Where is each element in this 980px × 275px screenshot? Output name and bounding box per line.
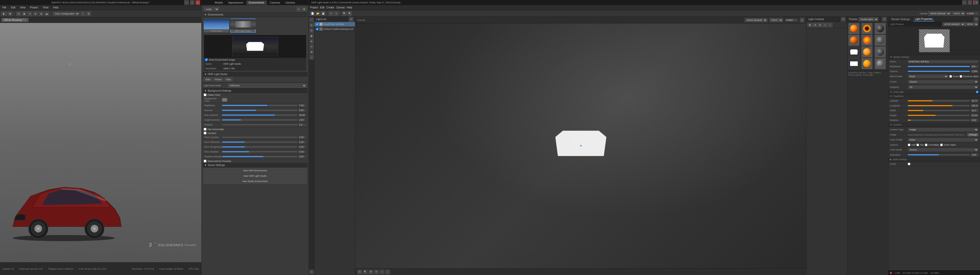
area-light-checkbox[interactable] bbox=[976, 91, 978, 93]
canvas-dropdown-1[interactable]: aRGB (default) bbox=[745, 18, 767, 22]
preset-6[interactable] bbox=[848, 46, 859, 58]
floor-shadow-input[interactable]: 0.36 bbox=[298, 150, 306, 153]
light-item-0[interactable]: Small Rect Soft Box bbox=[314, 22, 355, 27]
tab-render-settings[interactable]: Render Settings bbox=[890, 17, 912, 21]
settings-btn[interactable]: ⚙ bbox=[86, 11, 91, 16]
prop-color-profile-dropdown[interactable]: linear bbox=[908, 138, 978, 142]
scene-settings-header[interactable]: ▼ Scene Settings bbox=[203, 163, 307, 167]
change-image-btn[interactable]: Change bbox=[967, 133, 978, 136]
new-hdr-light-btn[interactable]: New HDR Light Studio bbox=[204, 174, 307, 178]
mid-tab-cameras[interactable]: Cameras bbox=[267, 0, 283, 5]
preset-1[interactable] bbox=[861, 23, 873, 34]
left-tool-3[interactable]: ⊡ bbox=[309, 28, 314, 33]
prop-latitude-input[interactable]: 32.77 bbox=[971, 99, 978, 103]
menu-help[interactable]: Help bbox=[52, 6, 59, 9]
preset-8[interactable] bbox=[875, 46, 886, 58]
prop-opacity-slider[interactable] bbox=[908, 71, 970, 72]
lc-rotate-right-btn[interactable]: ↻ bbox=[818, 23, 822, 27]
light-item-1[interactable]: Default Gradient Background bbox=[314, 27, 355, 32]
caustics-checkbox[interactable] bbox=[204, 132, 207, 134]
size-input[interactable]: 25.00 bbox=[298, 113, 306, 117]
flip-horiz-checkbox[interactable] bbox=[204, 128, 207, 131]
preview-profile-dropdown[interactable]: aRGB (default) bbox=[942, 22, 965, 26]
hdr-start-btn[interactable]: Start bbox=[204, 77, 212, 82]
height-slider-track[interactable] bbox=[222, 119, 298, 120]
canvas-zoom-input[interactable] bbox=[785, 18, 798, 22]
hdr-ls-section[interactable]: ▼ HDR Light Studio bbox=[203, 72, 307, 76]
preset-10[interactable] bbox=[861, 58, 873, 69]
mustang-tab[interactable]: Official Mustang * ✕ bbox=[1, 18, 29, 22]
prop-width-slider[interactable] bbox=[908, 110, 970, 111]
light-controls-close[interactable]: ✕ bbox=[841, 17, 845, 22]
prop-brightness-input[interactable]: 255 bbox=[971, 65, 978, 68]
floor-reflection-input[interactable]: 0.30 bbox=[298, 140, 306, 144]
brightness-input[interactable]: 7.00 bbox=[298, 104, 306, 107]
preset-7[interactable] bbox=[861, 46, 873, 58]
mid-tab-appearances[interactable]: Appearances bbox=[226, 0, 246, 5]
area-light-section[interactable]: ▼ Area Light bbox=[888, 90, 980, 94]
light-btn[interactable]: ☀ bbox=[27, 11, 32, 16]
canvas-move-btn[interactable]: ✥ bbox=[369, 270, 373, 274]
menu-file[interactable]: File bbox=[1, 6, 7, 9]
left-tool-1[interactable]: ↑ bbox=[309, 17, 314, 22]
master-settings-section[interactable]: ▼ Master Settings bbox=[888, 55, 980, 59]
canvas-rotate-btn[interactable]: ↻ bbox=[374, 270, 379, 274]
lc-move-btn[interactable]: ✥ bbox=[808, 23, 812, 27]
render-btn[interactable]: ▶ bbox=[1, 12, 6, 16]
light-paint-dropdown[interactable]: Reflection Illumination bbox=[228, 84, 307, 88]
left-tool-5[interactable]: ⊕ bbox=[309, 39, 314, 44]
opt-flip-checkbox[interactable] bbox=[916, 144, 919, 146]
menu-edit[interactable]: Edit bbox=[10, 6, 16, 9]
light-checkbox-0[interactable] bbox=[316, 23, 318, 25]
canvas-viewport[interactable] bbox=[355, 24, 807, 269]
menu-tools[interactable]: Tools bbox=[41, 6, 49, 9]
preset-0[interactable] bbox=[848, 23, 859, 34]
size-dropdown[interactable]: Large Medium Small bbox=[204, 7, 219, 11]
menu-view[interactable]: View bbox=[19, 6, 27, 9]
content-section[interactable]: ▼ Content bbox=[888, 123, 980, 127]
bg-color-swatch[interactable] bbox=[222, 98, 227, 101]
prop-height-slider[interactable] bbox=[908, 115, 970, 116]
hdr-menu-help[interactable]: Help bbox=[347, 6, 352, 9]
size-slider-track[interactable] bbox=[222, 115, 298, 115]
floor-reflection-slider[interactable] bbox=[222, 142, 298, 142]
floor-caustics-input[interactable]: 0.00 bbox=[298, 136, 306, 139]
prop-rotation-slider[interactable] bbox=[908, 120, 970, 121]
prop-mapping-dropdown[interactable]: 3D bbox=[908, 85, 978, 89]
hdr-redo-btn[interactable]: ↪ bbox=[334, 11, 339, 16]
opt-invert-alpha-checkbox[interactable] bbox=[940, 144, 943, 146]
hdr-menu-create[interactable]: Create bbox=[326, 6, 334, 9]
hdr-pause-btn[interactable]: Pause bbox=[213, 77, 223, 82]
left-tool-help[interactable]: ? bbox=[309, 270, 314, 274]
hdr-menu-edit[interactable]: Edit bbox=[320, 6, 325, 9]
left-tool-6[interactable]: ≡ bbox=[309, 44, 314, 49]
prop-color-mode-dropdown[interactable]: Source bbox=[908, 148, 978, 152]
prop-opacity-input[interactable]: 1.000 bbox=[971, 70, 978, 73]
grid-view-btn[interactable]: ⊞ bbox=[302, 7, 307, 11]
hdr-zoom-in-btn[interactable]: 🔍 bbox=[342, 11, 347, 16]
left-tool-7[interactable]: ◈ bbox=[309, 50, 314, 54]
environments-section-header[interactable]: ▼ Environments bbox=[203, 13, 307, 17]
hdr-stop-btn[interactable]: Stop bbox=[224, 77, 233, 82]
canvas-delete-btn[interactable]: ✕ bbox=[385, 270, 390, 274]
prop-height-input[interactable]: 25.00 bbox=[971, 114, 978, 117]
env-thumb-hdr[interactable]: HDR Light Studio bbox=[230, 19, 256, 33]
height-input[interactable]: 2.00 bbox=[298, 118, 306, 122]
gamma-slider-track[interactable] bbox=[222, 110, 298, 111]
show-grid-checkbox[interactable] bbox=[204, 160, 207, 163]
canvas-profile-dropdown[interactable]: aRGB (default) bbox=[928, 11, 951, 16]
opt-half-checkbox[interactable] bbox=[908, 144, 910, 146]
list-view-btn[interactable]: ≡ bbox=[296, 7, 301, 11]
canvas-light-shape[interactable] bbox=[555, 131, 606, 156]
add-config-btn[interactable]: + bbox=[81, 11, 85, 16]
rotation-input[interactable]: 0.0 bbox=[298, 123, 306, 126]
sw-minimize-btn[interactable]: ─ bbox=[184, 0, 189, 5]
new-hdr-env-btn[interactable]: New HDR Environment bbox=[204, 168, 307, 173]
opt-unmultiply-checkbox[interactable] bbox=[925, 144, 928, 146]
preserve-alpha-checkbox[interactable] bbox=[959, 75, 962, 77]
config-dropdown[interactable]: Floor Configuration bbox=[53, 12, 80, 16]
hdr-menu-canvas[interactable]: Canvas bbox=[336, 6, 345, 9]
rotation-slider-track[interactable] bbox=[222, 124, 298, 125]
mid-close-btn[interactable]: ✕ bbox=[974, 0, 979, 5]
left-tool-2[interactable]: ☰ bbox=[309, 23, 314, 27]
